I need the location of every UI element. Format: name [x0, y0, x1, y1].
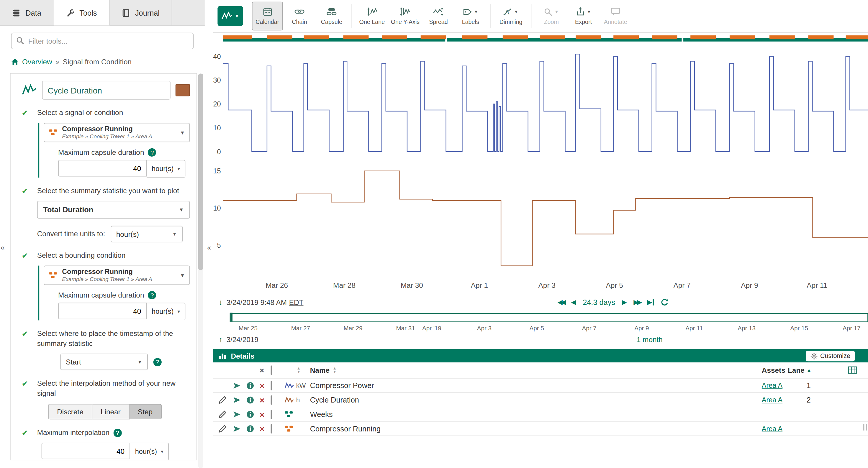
- timezone-link[interactable]: EDT: [289, 298, 304, 306]
- step-forward-full-icon[interactable]: ▶▶: [633, 298, 640, 306]
- investigate-range-duration[interactable]: 1 month: [637, 335, 663, 343]
- investigate-start-arrow-icon[interactable]: ↑: [219, 335, 222, 343]
- spread-button[interactable]: Spread: [423, 2, 454, 31]
- sort-type-icon[interactable]: ▲▼: [297, 367, 301, 374]
- tab-data[interactable]: Data: [0, 0, 54, 25]
- step-back-full-icon[interactable]: ◀◀: [557, 298, 564, 306]
- capsule-compressor-running[interactable]: [808, 35, 834, 39]
- statistic-select[interactable]: Total Duration ▼: [37, 201, 190, 219]
- item-name[interactable]: Compressor Power: [310, 381, 374, 390]
- step-back-half-icon[interactable]: ◀: [571, 298, 576, 306]
- column-header-name[interactable]: Name: [310, 366, 330, 374]
- remove-icon[interactable]: ×: [260, 425, 265, 432]
- capsule-compressor-running[interactable]: [462, 35, 487, 39]
- signal-select[interactable]: Compressor Running Example » Cooling Tow…: [44, 123, 190, 142]
- capsule-compressor-running[interactable]: [343, 35, 369, 39]
- asset-link[interactable]: Area A: [762, 381, 782, 389]
- one-y-axis-button[interactable]: One Y-Axis: [389, 2, 422, 31]
- item-name[interactable]: Compressor Running: [310, 424, 381, 433]
- range-start-arrow-icon[interactable]: ↓: [219, 298, 222, 306]
- send-icon[interactable]: [233, 396, 241, 403]
- capsule-compressor-running[interactable]: [267, 35, 292, 39]
- remove-icon[interactable]: ×: [260, 396, 265, 403]
- capsule-compressor-running[interactable]: [382, 35, 407, 39]
- table-row[interactable]: × Weeks: [213, 407, 868, 422]
- info-icon[interactable]: [246, 381, 254, 389]
- capsule-compressor-running[interactable]: [576, 35, 601, 39]
- asset-link[interactable]: Area A: [762, 396, 782, 403]
- color-swatch-button[interactable]: [176, 84, 190, 96]
- trend-chart[interactable]: 40302010015105Mar 26Mar 28Mar 30Apr 1Apr…: [213, 33, 868, 294]
- breadcrumb-overview-link[interactable]: Overview: [22, 58, 52, 66]
- convert-units-select[interactable]: hour(s) ▼: [111, 226, 183, 242]
- asset-link[interactable]: Area A: [762, 425, 782, 432]
- table-row[interactable]: × h Cycle Duration Area A 2: [213, 393, 868, 407]
- capsule-compressor-running[interactable]: [503, 35, 528, 39]
- dimming-button[interactable]: A ▼ Dimming: [495, 2, 526, 31]
- unit-dropdown[interactable]: hour(s) ▾: [147, 160, 186, 177]
- help-icon[interactable]: ?: [148, 148, 156, 157]
- capsule-compressor-running[interactable]: [613, 35, 639, 39]
- capsule-compressor-running[interactable]: [730, 35, 755, 39]
- interp-step-button[interactable]: Step: [129, 404, 161, 420]
- tab-tools[interactable]: Tools: [54, 0, 110, 25]
- max-capsule-input[interactable]: [58, 160, 147, 176]
- customize-button[interactable]: Customize: [806, 350, 855, 361]
- timestamp-select[interactable]: Start ▼: [60, 354, 148, 370]
- timeline-selected-region[interactable]: [230, 313, 868, 322]
- capsule-compressor-running[interactable]: [304, 35, 329, 39]
- step-forward-half-icon[interactable]: ▶: [622, 298, 627, 306]
- row-checkbox[interactable]: [271, 424, 272, 433]
- remove-icon[interactable]: ×: [260, 382, 265, 389]
- calendar-mode-button[interactable]: Calendar: [252, 2, 283, 31]
- select-all-checkbox[interactable]: [271, 366, 272, 374]
- edit-icon[interactable]: [219, 396, 226, 403]
- row-checkbox[interactable]: [271, 396, 272, 404]
- info-icon[interactable]: [246, 396, 254, 403]
- bounding-max-capsule-input[interactable]: [58, 303, 147, 319]
- filter-tools-input[interactable]: [11, 33, 194, 49]
- row-checkbox[interactable]: [271, 381, 272, 390]
- column-picker-icon[interactable]: [848, 366, 857, 374]
- capsule-compressor-running[interactable]: [421, 35, 446, 39]
- column-header-lane[interactable]: Lane: [788, 366, 805, 374]
- edit-icon[interactable]: [219, 410, 226, 418]
- capsule-compressor-running[interactable]: [846, 35, 868, 39]
- info-icon[interactable]: [246, 425, 254, 432]
- unit-dropdown[interactable]: hour(s) ▾: [130, 443, 169, 460]
- tab-journal[interactable]: Journal: [110, 0, 173, 25]
- capsule-compressor-running[interactable]: [540, 35, 565, 39]
- interp-linear-button[interactable]: Linear: [92, 404, 129, 420]
- capsule-weeks[interactable]: [223, 38, 445, 41]
- timeline-left-handle[interactable]: [230, 312, 233, 322]
- capsule-compressor-running[interactable]: [652, 35, 677, 39]
- capsule-compressor-running[interactable]: [770, 35, 795, 39]
- row-checkbox[interactable]: [271, 410, 272, 418]
- send-icon[interactable]: [233, 425, 241, 432]
- remove-all-icon[interactable]: ×: [260, 366, 264, 374]
- sidebar-scrollbar[interactable]: [198, 74, 203, 468]
- chain-mode-button[interactable]: Chain: [284, 2, 315, 31]
- capsule-mode-button[interactable]: Capsule: [316, 2, 347, 31]
- refresh-icon[interactable]: [660, 298, 669, 306]
- result-name-input[interactable]: [42, 81, 170, 100]
- display-range-duration[interactable]: 24.3 days: [583, 298, 615, 306]
- interp-discrete-button[interactable]: Discrete: [48, 404, 92, 420]
- sort-name-icon[interactable]: ▲▼: [333, 367, 337, 374]
- item-name[interactable]: Cycle Duration: [310, 396, 359, 404]
- unit-dropdown[interactable]: hour(s) ▾: [147, 303, 186, 320]
- series-compressor-power[interactable]: [223, 54, 868, 152]
- labels-button[interactable]: ▼ Labels: [455, 2, 486, 31]
- help-icon[interactable]: ?: [148, 291, 156, 299]
- column-header-assets[interactable]: Assets: [762, 366, 785, 374]
- details-resize-grip[interactable]: [863, 424, 867, 431]
- send-icon[interactable]: [233, 382, 241, 389]
- help-icon[interactable]: ?: [153, 358, 162, 366]
- send-icon[interactable]: [233, 410, 241, 417]
- collapse-sidebar-handle[interactable]: «: [207, 243, 211, 252]
- help-icon[interactable]: ?: [113, 429, 122, 437]
- info-icon[interactable]: [246, 410, 254, 418]
- series-cycle-duration[interactable]: [223, 171, 868, 266]
- export-button[interactable]: ▼ Export: [568, 2, 599, 31]
- capsule-compressor-running[interactable]: [690, 35, 716, 39]
